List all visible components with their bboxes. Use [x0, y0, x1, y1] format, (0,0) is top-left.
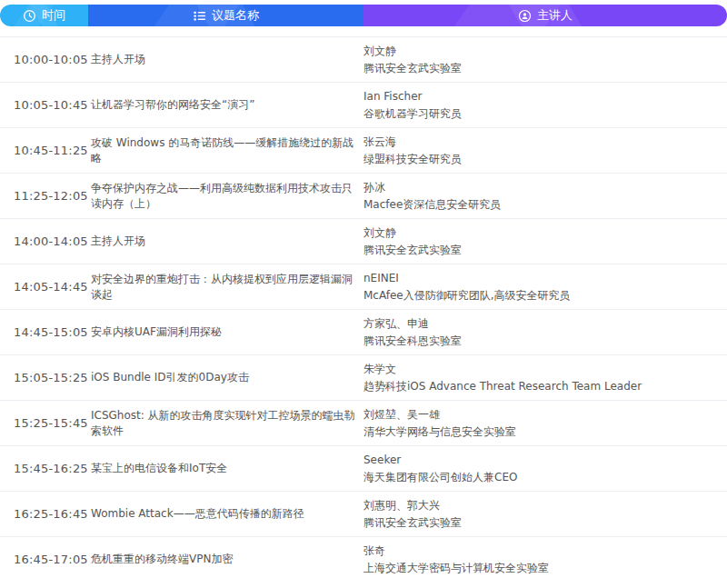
speaker-name: 刘文静	[364, 43, 727, 60]
schedule-row: 14:05-14:45 对安全边界的重炮打击：从内核提权到应用层逻辑漏洞谈起 n…	[0, 264, 727, 309]
table-header: 时间 议题名称	[0, 5, 727, 26]
speaker-name: 张奇	[364, 543, 727, 560]
column-header-speaker-label: 主讲人	[537, 7, 573, 24]
speaker-organization: 海天集团有限公司创始人兼CEO	[364, 469, 727, 486]
session-topic: ICSGhost: 从新的攻击角度实现针对工控场景的蠕虫勒索软件	[91, 408, 364, 439]
schedule-row: 16:25-16:45 Wombie Attack——恶意代码传播的新路径 刘惠…	[0, 491, 727, 536]
schedule-row: 16:45-17:05 危机重重的移动终端VPN加密 张奇 上海交通大学密码与计…	[0, 536, 727, 582]
schedule-row: 15:25-15:45 ICSGhost: 从新的攻击角度实现针对工控场景的蠕虫…	[0, 400, 727, 445]
session-time: 16:45-17:05	[0, 553, 91, 566]
column-header-topic-label: 议题名称	[212, 7, 259, 24]
session-time: 10:45-11:25	[0, 144, 91, 157]
session-speaker: 方家弘、申迪 腾讯安全科恩实验室	[364, 315, 727, 350]
speaker-name: 方家弘、申迪	[364, 315, 727, 333]
session-speaker: 张云海 绿盟科技安全研究员	[364, 134, 727, 168]
session-topic: 争夺保护内存之战——利用高级纯数据利用技术攻击只读内存（上）	[91, 181, 364, 212]
speaker-name: 刘文静	[364, 224, 727, 242]
session-speaker: 刘煜堃、吴一雄 清华大学网络与信息安全实验室	[364, 406, 727, 441]
schedule-table: 10:00-10:05 主持人开场 刘文静 腾讯安全玄武实验室 10:05-10…	[0, 36, 727, 582]
session-speaker: 朱学文 趋势科技iOS Advance Threat Research Team…	[364, 361, 727, 395]
speaker-organization: 上海交通大学密码与计算机安全实验室	[364, 560, 727, 577]
speaker-name: 张云海	[364, 134, 727, 151]
speaker-organization: 趋势科技iOS Advance Threat Research Team Lea…	[364, 378, 727, 395]
column-header-time: 时间	[0, 5, 88, 26]
session-time: 10:05-10:45	[0, 98, 91, 112]
session-speaker: 孙冰 Macfee资深信息安全研究员	[364, 179, 727, 214]
clock-icon	[23, 9, 36, 23]
speaker-organization: Macfee资深信息安全研究员	[364, 196, 727, 214]
column-header-speaker: 主讲人	[364, 5, 727, 26]
session-topic: 让机器学习帮你的网络安全“演习”	[91, 97, 364, 113]
session-topic: 攻破 Windows 的马奇诺防线——缓解措施绕过的新战略	[91, 135, 364, 166]
conference-agenda-page: 时间 议题名称	[0, 5, 727, 588]
schedule-row: 11:25-12:05 争夺保护内存之战——利用高级纯数据利用技术攻击只读内存（…	[0, 173, 727, 218]
session-topic: 主持人开场	[91, 52, 364, 67]
session-speaker: Seeker 海天集团有限公司创始人兼CEO	[364, 452, 727, 486]
speaker-name: 刘惠明、郭大兴	[364, 497, 727, 514]
session-time: 15:25-15:45	[0, 416, 91, 430]
schedule-row: 10:00-10:05 主持人开场 刘文静 腾讯安全玄武实验室	[0, 36, 727, 82]
speaker-name: nEINEI	[364, 270, 727, 287]
speaker-organization: 腾讯安全玄武实验室	[364, 242, 727, 259]
session-time: 15:05-15:25	[0, 371, 91, 384]
session-time: 15:45-16:25	[0, 462, 91, 475]
session-topic: 主持人开场	[91, 234, 364, 249]
session-speaker: 张奇 上海交通大学密码与计算机安全实验室	[364, 543, 727, 577]
speaker-organization: 腾讯安全科恩实验室	[364, 333, 727, 350]
speaker-organization: 清华大学网络与信息安全实验室	[364, 424, 727, 441]
schedule-row: 15:05-15:25 iOS Bundle ID引发的0Day攻击 朱学文 趋…	[0, 354, 727, 400]
session-topic: 安卓内核UAF漏洞利用探秘	[91, 324, 364, 340]
speaker-name: 朱学文	[364, 361, 727, 378]
session-time: 16:25-16:45	[0, 507, 91, 521]
session-topic: 对安全边界的重炮打击：从内核提权到应用层逻辑漏洞谈起	[91, 272, 364, 303]
session-time: 10:00-10:05	[0, 53, 91, 66]
speaker-icon	[518, 9, 532, 23]
speaker-organization: 腾讯安全玄武实验室	[364, 60, 727, 77]
column-header-time-label: 时间	[42, 7, 65, 24]
column-header-topic: 议题名称	[88, 5, 364, 26]
session-speaker: 刘惠明、郭大兴 腾讯安全玄武实验室	[364, 497, 727, 532]
schedule-row: 10:05-10:45 让机器学习帮你的网络安全“演习” Ian Fischer…	[0, 82, 727, 127]
session-topic: Wombie Attack——恶意代码传播的新路径	[91, 506, 364, 522]
session-speaker: 刘文静 腾讯安全玄武实验室	[364, 224, 727, 259]
schedule-row: 14:00-14:05 主持人开场 刘文静 腾讯安全玄武实验室	[0, 218, 727, 264]
session-time: 14:00-14:05	[0, 234, 91, 248]
session-topic: iOS Bundle ID引发的0Day攻击	[91, 370, 364, 385]
session-speaker: 刘文静 腾讯安全玄武实验室	[364, 43, 727, 77]
schedule-row: 15:45-16:25 某宝上的电信设备和IoT安全 Seeker 海天集团有限…	[0, 445, 727, 491]
schedule-row: 14:45-15:05 安卓内核UAF漏洞利用探秘 方家弘、申迪 腾讯安全科恩实…	[0, 309, 727, 354]
speaker-name: 孙冰	[364, 179, 727, 196]
session-time: 11:25-12:05	[0, 189, 91, 203]
schedule-row: 10:45-11:25 攻破 Windows 的马奇诺防线——缓解措施绕过的新战…	[0, 127, 727, 173]
session-topic: 危机重重的移动终端VPN加密	[91, 552, 364, 567]
speaker-name: Seeker	[364, 452, 727, 469]
session-topic: 某宝上的电信设备和IoT安全	[91, 461, 364, 476]
session-speaker: nEINEI McAfee入侵防御研究团队,高级安全研究员	[364, 270, 727, 304]
speaker-name: 刘煜堃、吴一雄	[364, 406, 727, 424]
speaker-organization: 谷歌机器学习研究员	[364, 105, 727, 123]
session-speaker: Ian Fischer 谷歌机器学习研究员	[364, 88, 727, 123]
session-time: 14:05-14:45	[0, 280, 91, 294]
speaker-organization: McAfee入侵防御研究团队,高级安全研究员	[364, 287, 727, 304]
speaker-organization: 绿盟科技安全研究员	[364, 151, 727, 168]
list-icon	[193, 9, 206, 23]
session-time: 14:45-15:05	[0, 325, 91, 339]
speaker-organization: 腾讯安全玄武实验室	[364, 514, 727, 532]
speaker-name: Ian Fischer	[364, 88, 727, 105]
